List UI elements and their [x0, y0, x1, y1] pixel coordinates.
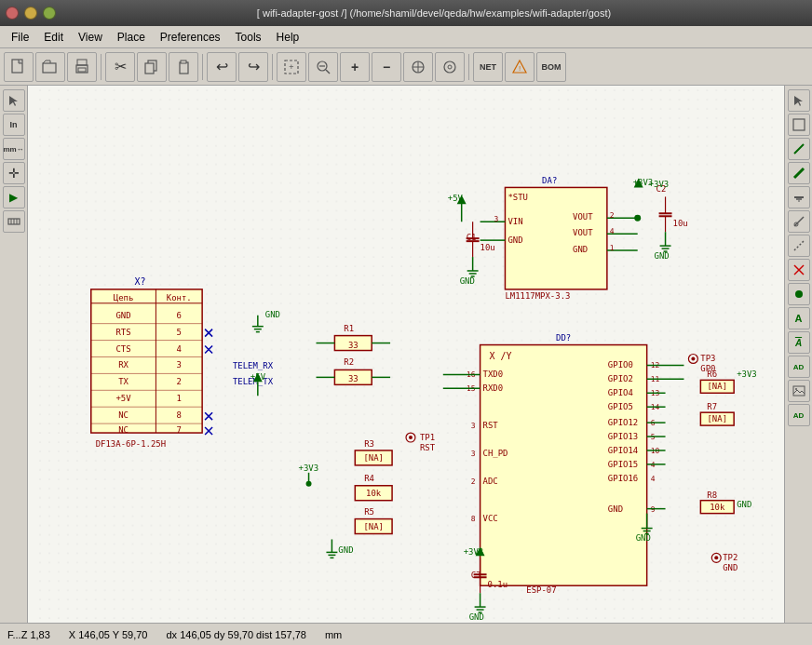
svg-text:*STU: *STU [508, 193, 528, 202]
svg-text:DD?: DD? [556, 333, 571, 343]
undo-button[interactable]: ↩ [207, 52, 237, 82]
svg-text:GND: GND [115, 311, 130, 320]
svg-text:TELEM_RX: TELEM_RX [233, 361, 274, 370]
minimize-button[interactable] [24, 7, 37, 20]
zoom-out-button[interactable]: − [372, 52, 401, 82]
zoom-level: F...Z 1,83 [7, 629, 50, 640]
menu-tools[interactable]: Tools [228, 29, 269, 46]
close-button[interactable] [6, 7, 19, 20]
svg-text:GPIO12: GPIO12 [608, 418, 638, 427]
add-power-tool[interactable] [788, 186, 810, 208]
svg-text:[NA]: [NA] [707, 382, 727, 391]
label-b-tool[interactable]: A [788, 331, 810, 354]
svg-text:3: 3 [177, 360, 182, 370]
netlist-button[interactable]: NET [473, 52, 503, 82]
delete-tool[interactable] [788, 259, 810, 281]
svg-text:R2: R2 [344, 357, 354, 367]
svg-text:4: 4 [651, 475, 656, 483]
maximize-button[interactable] [43, 7, 56, 20]
svg-text:0.1u: 0.1u [488, 580, 508, 589]
svg-text:[NA]: [NA] [707, 414, 727, 423]
redo-button[interactable]: ↪ [238, 52, 268, 82]
open-button[interactable] [35, 52, 65, 82]
svg-text:Цепь: Цепь [114, 293, 134, 302]
svg-text:3: 3 [471, 450, 476, 458]
svg-text:6: 6 [177, 311, 182, 320]
svg-text:GND: GND [508, 235, 522, 245]
zoom-box-in-button[interactable]: + [277, 52, 306, 82]
menu-preferences[interactable]: Preferences [153, 29, 228, 46]
label-a-tool[interactable]: A [788, 307, 810, 329]
paste-button[interactable] [169, 52, 198, 82]
zoom-fit-button[interactable] [403, 52, 433, 82]
svg-text:R1: R1 [344, 324, 354, 333]
wire-tool[interactable]: ▶ [3, 186, 25, 208]
cursor-tool-r[interactable] [788, 89, 810, 112]
svg-text:TP1: TP1 [420, 433, 435, 442]
svg-text:+3V3: +3V3 [299, 464, 319, 473]
svg-text:GND: GND [469, 612, 484, 622]
menu-file[interactable]: File [4, 29, 36, 46]
left-toolbar: In mm↔ ✛ ▶ [0, 86, 28, 623]
copy-button[interactable] [137, 52, 167, 82]
svg-text:GND: GND [636, 533, 651, 543]
svg-text:TP3: TP3 [700, 354, 715, 363]
bom-button[interactable]: BOM [536, 52, 566, 82]
mm-tool[interactable]: mm↔ [3, 138, 25, 160]
titlebar: [ wifi-adapter-gost /] (/home/shamil/dev… [0, 0, 812, 26]
label-ad2-tool[interactable]: AD [788, 404, 810, 426]
zoom-box-out-button[interactable] [308, 52, 338, 82]
print-button[interactable] [67, 52, 97, 82]
toolbar: ✂ ↩ ↪ + + − NET ! BOM [0, 48, 812, 86]
svg-text:VOUT: VOUT [573, 212, 593, 222]
svg-point-234 [714, 556, 718, 559]
zoom-in-button[interactable]: + [340, 52, 370, 82]
svg-text:+: + [289, 62, 293, 72]
label-ad-tool[interactable]: AD [788, 356, 810, 378]
svg-text:RTS: RTS [115, 328, 130, 337]
bus-tool[interactable] [3, 210, 25, 233]
junction-tool[interactable] [788, 283, 810, 305]
menu-edit[interactable]: Edit [36, 29, 71, 46]
svg-rect-29 [91, 289, 202, 433]
svg-text:7: 7 [177, 425, 182, 435]
svg-text:DF13A-6P-1.25H: DF13A-6P-1.25H [96, 439, 166, 449]
add-line-tool[interactable] [788, 235, 810, 257]
svg-text:VCC: VCC [483, 514, 498, 523]
add-bus-tool[interactable] [788, 162, 810, 184]
svg-text:R7: R7 [707, 402, 717, 411]
svg-rect-7 [180, 62, 188, 74]
svg-text:R6: R6 [707, 370, 717, 379]
menu-help[interactable]: Help [269, 29, 307, 46]
add-component-tool[interactable] [788, 210, 810, 233]
menubar: File Edit View Place Preferences Tools H… [0, 26, 812, 48]
in-label-tool[interactable]: In [3, 114, 25, 136]
new-button[interactable] [4, 52, 34, 82]
menu-view[interactable]: View [71, 29, 110, 46]
cut-button[interactable]: ✂ [105, 52, 135, 82]
menu-place[interactable]: Place [110, 29, 153, 46]
units: mm [325, 629, 342, 640]
image-tool[interactable] [788, 380, 810, 402]
svg-text:Конт.: Конт. [167, 293, 192, 302]
toolbar-separator-2 [202, 54, 203, 80]
svg-point-152 [634, 215, 641, 222]
svg-text:ESP-07: ESP-07 [526, 585, 556, 595]
no-connect-tool[interactable] [788, 114, 810, 136]
cursor-tool[interactable]: ✛ [3, 162, 25, 184]
svg-text:GND: GND [608, 504, 623, 514]
canvas-area[interactable]: X? Цепь Конт. GND 6 RTS 5 CTS 4 RX 3 TX … [28, 86, 784, 623]
erc-button[interactable]: ! [505, 52, 535, 82]
svg-point-206 [691, 356, 695, 360]
select-tool[interactable] [3, 89, 25, 112]
svg-text:5: 5 [177, 328, 182, 337]
zoom-prev-button[interactable] [435, 52, 465, 82]
svg-text:LM1117MPX-3.3: LM1117MPX-3.3 [505, 291, 570, 301]
svg-rect-8 [181, 60, 186, 63]
svg-point-18 [448, 65, 452, 69]
svg-text:33: 33 [348, 374, 359, 383]
add-wire-tool[interactable] [788, 138, 810, 160]
svg-text:3: 3 [494, 215, 499, 223]
svg-text:1: 1 [610, 244, 615, 252]
svg-marker-239 [794, 96, 803, 106]
